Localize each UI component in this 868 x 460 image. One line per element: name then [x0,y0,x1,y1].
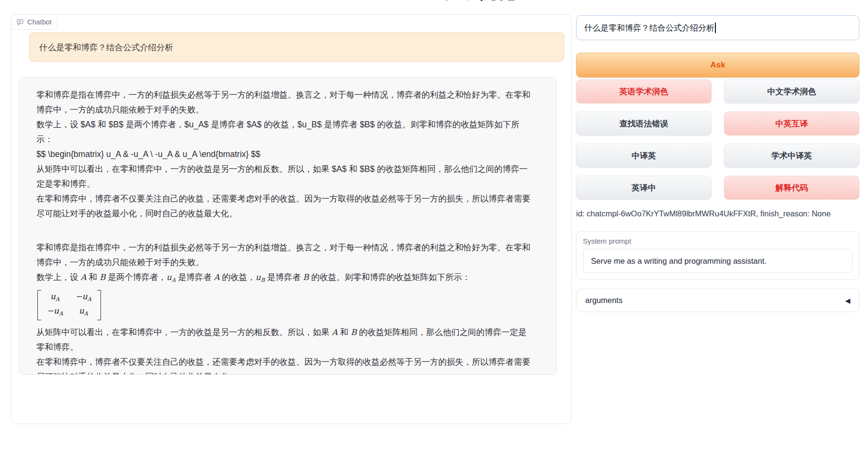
button-academic-zh-to-en[interactable]: 学术中译英 [724,144,859,168]
matrix-cell: −uA [76,291,92,305]
button-zh-to-en[interactable]: 中译英 [576,144,712,168]
matrix-cell: uA [47,291,63,305]
system-prompt-label: System prompt [583,237,853,245]
text-caret [715,22,716,33]
math-var: uA [167,272,176,282]
chat-bubble-icon [16,18,24,26]
math-var: B [100,272,106,282]
answer-raw-p5: 在零和博弈中，博弈者不仅要关注自己的收益，还需要考虑对手的收益。因为一方取得的收… [36,191,532,221]
answer-rendered-p1: 零和博弈是指在博弈中，一方的利益损失必然等于另一方的利益增益。换言之，对于每一种… [36,240,532,270]
math-text: 是两个博弈者， [105,272,166,282]
math-var: A [332,327,337,337]
ask-button-label: Ask [710,60,725,70]
button-en-to-zh[interactable]: 英译中 [576,176,712,200]
answer-raw-p4: 从矩阵中可以看出，在零和博弈中，一方的收益是另一方的相反数。所以，如果 $A$ … [36,162,532,191]
question-input-value: 什么是零和博弈？结合公式介绍分析 [584,22,714,34]
answer-rendered-math-line: 数学上，设 A 和 B 是两个博弈者，uA 是博弈者 A 的收益，uB 是博弈者… [36,270,532,288]
math-text: 数学上，设 [36,272,80,282]
chatbot-panel[interactable]: Chatbot 什么是零和博弈？结合公式介绍分析 零和博弈是指在博弈中，一方的利… [11,14,572,424]
answer-raw-p1: 零和博弈是指在博弈中，一方的利益损失必然等于另一方的利益增益。换言之，对于每一种… [36,88,532,117]
button-find-grammar-errors[interactable]: 查找语法错误 [576,112,712,135]
question-input[interactable]: 什么是零和博弈？结合公式介绍分析 [576,15,859,40]
matrix-cell: uA [76,305,92,319]
bot-message-bubble: 零和博弈是指在博弈中，一方的利益损失必然等于另一方的利益增益。换言之，对于每一种… [19,77,557,375]
user-message-bubble: 什么是零和博弈？结合公式介绍分析 [29,33,564,62]
accordion-collapsed-arrow-icon: ◀ [845,297,850,304]
math-text: 和 [338,327,351,337]
payoff-matrix: uA −uA −uA uA [37,290,101,320]
math-var: B [303,272,309,282]
chatbot-label: Chatbot [27,18,52,26]
answer-raw-p2: 数学上，设 $A$ 和 $B$ 是两个博弈者，$u_A$ 是博弈者 $A$ 的收… [36,117,532,147]
math-text: 的收益， [220,272,256,282]
response-id-status: id: chatcmpl-6wOo7KrYTwMl89lbrMWRu4UkFFX… [576,209,859,218]
ask-button[interactable]: Ask [576,53,859,78]
math-text: 从矩阵中可以看出，在零和博弈中，一方的收益是另一方的相反数。所以，如果 [36,327,332,337]
math-text: 是博弈者 [265,272,303,282]
user-message-text: 什么是零和博弈？结合公式介绍分析 [39,42,173,53]
system-prompt-input[interactable]: Serve me as a writing and programming as… [583,249,853,273]
matrix-bracket-right [97,290,101,320]
answer-rendered-s3: 从矩阵中可以看出，在零和博弈中，一方的收益是另一方的相反数。所以，如果 A 和 … [36,325,532,355]
answer-rendered-p4: 在零和博弈中，博弈者不仅要关注自己的收益，还需要考虑对手的收益。因为一方取得的收… [36,355,532,375]
button-explain-code[interactable]: 解释代码 [724,176,859,200]
button-english-academic-polish[interactable]: 英语学术润色 [576,79,712,103]
app-canvas: ChatGPT 学术优化 Chatbot 什么是零和博弈？结合公式介绍分析 零和… [0,0,868,460]
math-var: uB [256,272,265,282]
math-text: 是博弈者 [176,272,214,282]
system-prompt-value: Serve me as a writing and programming as… [591,257,767,266]
matrix-cell: −uA [47,305,63,319]
math-var: A [214,272,220,282]
arguments-accordion[interactable]: arguments ◀ [576,289,859,312]
page-title-clip: ChatGPT 学术优化 [0,0,868,4]
math-var: B [351,327,357,337]
page-title: ChatGPT 学术优化 [0,0,868,4]
answer-raw-latex: $$ \begin{bmatrix} u_A & -u_A \ -u_A & u… [36,147,532,162]
quick-actions-grid: 英语学术润色 中文学术润色 查找语法错误 中英互译 中译英 学术中译英 英译中 … [576,79,859,200]
system-prompt-group: System prompt Serve me as a writing and … [576,231,859,280]
button-chinese-academic-polish[interactable]: 中文学术润色 [724,79,859,103]
matrix-bracket-left [37,290,41,320]
chatbot-label-chip: Chatbot [11,15,58,30]
math-text: 的收益。则零和博弈的收益矩阵如下所示： [309,272,470,282]
arguments-accordion-label: arguments [585,296,623,305]
math-var: A [80,272,86,282]
button-zh-en-mutual-translate[interactable]: 中英互译 [724,112,859,135]
math-text: 和 [87,272,100,282]
